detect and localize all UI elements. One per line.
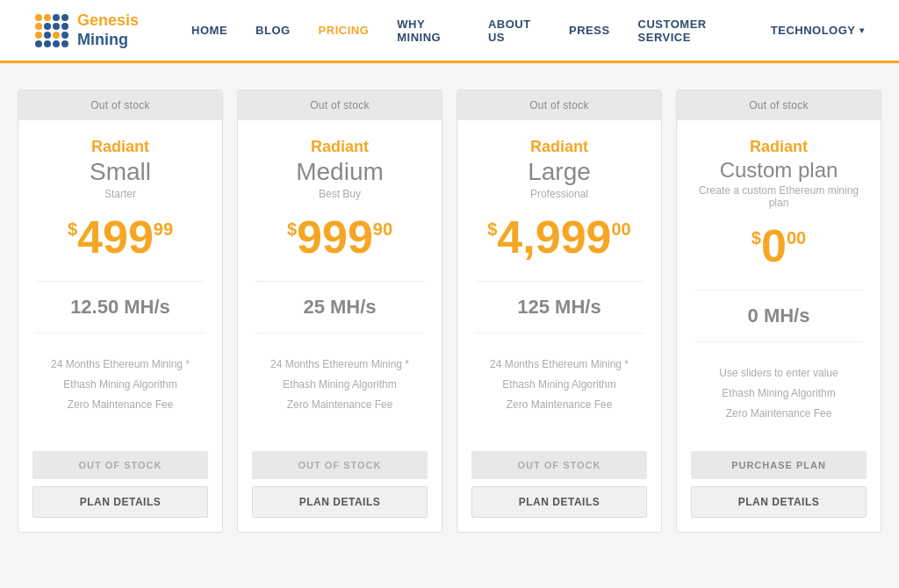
plan-features-medium: 24 Months Ethereum Mining *Ethash Mining… [270, 355, 409, 414]
plan-type-custom: Radiant [750, 138, 808, 156]
header: Genesis Mining HOMEBLOGPRICINGWHY MINING… [0, 0, 899, 63]
divider2-small [36, 333, 205, 333]
price-cents-medium: 90 [373, 219, 392, 240]
price-dollar-small: $ [68, 219, 77, 240]
divider-large [475, 281, 644, 282]
plan-name-small: Small [90, 158, 151, 186]
nav-item-blog[interactable]: BLOG [255, 24, 291, 37]
plan-subtitle-small: Starter [104, 188, 136, 200]
nav-item-press[interactable]: PRESS [569, 24, 610, 37]
logo-dot [61, 14, 68, 21]
plan-type-medium: Radiant [311, 138, 369, 156]
plan-footer-custom: PURCHASE PLAN PLAN DETAILS [677, 451, 881, 532]
divider2-medium [255, 333, 424, 333]
logo-dot [44, 40, 51, 47]
divider-small [36, 281, 205, 282]
plan-name-custom: Custom plan [720, 158, 838, 183]
logo-dot [53, 40, 60, 47]
feature-item: Zero Maintenance Fee [270, 395, 409, 415]
price-main-large: 4,999 [497, 214, 611, 260]
feature-item: Ethash Mining Algorithm [270, 375, 409, 395]
divider2-custom [694, 341, 863, 342]
plan-name-large: Large [528, 158, 591, 186]
plan-primary-btn-medium: OUT OF STOCK [252, 451, 428, 479]
plan-card-custom: Out of stock Radiant Custom plan Create … [676, 90, 881, 533]
logo-dot [44, 23, 51, 30]
nav-item-pricing[interactable]: PRICING [319, 24, 370, 37]
logo-text: Genesis Mining [77, 11, 139, 49]
nav-item-technology[interactable]: TECHNOLOGY▾ [771, 24, 864, 37]
logo-dot [53, 32, 60, 39]
logo-dot [35, 23, 42, 30]
plan-footer-medium: OUT OF STOCK PLAN DETAILS [238, 451, 442, 532]
plan-primary-btn-large: OUT OF STOCK [471, 451, 647, 479]
feature-item: Zero Maintenance Fee [490, 395, 629, 415]
plan-details-btn-medium[interactable]: PLAN DETAILS [252, 486, 428, 518]
divider-custom [694, 290, 863, 290]
plan-price-medium: $ 999 90 [287, 214, 392, 260]
feature-item: Zero Maintenance Fee [719, 404, 838, 424]
plan-body-custom: Radiant Custom plan Create a custom Ethe… [677, 120, 881, 451]
plan-hashrate-medium: 25 MH/s [303, 296, 376, 319]
plan-primary-btn-custom[interactable]: PURCHASE PLAN [691, 451, 867, 479]
plan-hashrate-custom: 0 MH/s [748, 305, 810, 327]
feature-item: 24 Months Ethereum Mining * [490, 355, 629, 375]
feature-item: 24 Months Ethereum Mining * [270, 355, 409, 375]
price-main-small: 499 [77, 214, 154, 260]
price-main-medium: 999 [297, 214, 373, 260]
logo-dot [61, 32, 68, 39]
chevron-down-icon: ▾ [859, 25, 865, 35]
logo-dot [53, 14, 60, 21]
plan-card-medium: Out of stock Radiant Medium Best Buy $ 9… [237, 90, 442, 533]
plan-status-small: Out of stock [18, 90, 222, 120]
logo-dot [35, 32, 42, 39]
logo-dot [44, 14, 51, 21]
logo-grid-icon [35, 14, 68, 47]
feature-item: Ethash Mining Algorithm [719, 384, 838, 404]
nav-item-why-mining[interactable]: WHY MINING [397, 18, 460, 44]
plan-hashrate-large: 125 MH/s [517, 296, 601, 319]
plan-hashrate-small: 12.50 MH/s [70, 296, 170, 319]
pricing-section: Out of stock Radiant Small Starter $ 499… [0, 63, 899, 559]
plan-status-medium: Out of stock [238, 90, 442, 120]
plan-features-small: 24 Months Ethereum Mining *Ethash Mining… [51, 355, 190, 414]
plan-type-small: Radiant [91, 138, 149, 156]
logo-dot [61, 40, 68, 47]
plan-status-large: Out of stock [457, 90, 661, 120]
nav-item-customer-service[interactable]: CUSTOMER SERVICE [638, 18, 743, 44]
price-cents-large: 00 [612, 219, 631, 240]
logo-dot [61, 23, 68, 30]
logo-line1: Genesis [77, 11, 139, 31]
plan-primary-btn-small: OUT OF STOCK [32, 451, 208, 479]
plan-details-btn-large[interactable]: PLAN DETAILS [471, 486, 647, 518]
feature-item: Ethash Mining Algorithm [51, 375, 190, 395]
plan-name-medium: Medium [296, 158, 384, 186]
nav-label: TECHNOLOGY [771, 24, 856, 37]
nav-item-about-us[interactable]: ABOUT US [488, 18, 541, 44]
plan-type-large: Radiant [530, 138, 588, 156]
logo-dot [35, 40, 42, 47]
logo[interactable]: Genesis Mining [35, 11, 139, 49]
plan-details-btn-small[interactable]: PLAN DETAILS [32, 486, 208, 518]
nav-item-home[interactable]: HOME [191, 24, 227, 37]
plan-subtitle-custom: Create a custom Ethereum mining plan [694, 184, 863, 209]
plan-subtitle-medium: Best Buy [319, 188, 361, 200]
plan-card-small: Out of stock Radiant Small Starter $ 499… [18, 90, 223, 533]
plan-footer-small: OUT OF STOCK PLAN DETAILS [18, 451, 222, 532]
plan-price-large: $ 4,999 00 [487, 214, 631, 260]
price-dollar-medium: $ [287, 219, 297, 240]
plan-body-medium: Radiant Medium Best Buy $ 999 90 25 MH/s… [238, 120, 442, 451]
main-nav: HOMEBLOGPRICINGWHY MININGABOUT USPRESSCU… [191, 18, 864, 44]
divider2-large [475, 333, 644, 333]
logo-dot [35, 14, 42, 21]
plan-body-large: Radiant Large Professional $ 4,999 00 12… [457, 120, 661, 451]
divider-medium [255, 281, 424, 282]
plan-footer-large: OUT OF STOCK PLAN DETAILS [457, 451, 661, 532]
logo-line2: Mining [77, 31, 139, 50]
plan-subtitle-large: Professional [530, 188, 588, 200]
plan-price-small: $ 499 99 [68, 214, 173, 260]
logo-dot [44, 32, 51, 39]
price-main-custom: 0 [761, 223, 787, 269]
plan-details-btn-custom[interactable]: PLAN DETAILS [691, 486, 867, 518]
logo-dot [53, 23, 60, 30]
